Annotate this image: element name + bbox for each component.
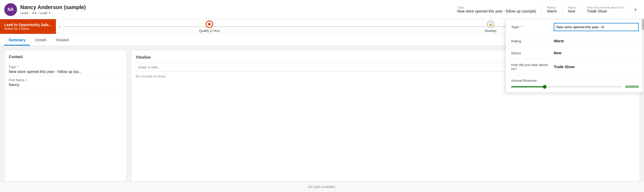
slider-track[interactable] <box>511 86 622 87</box>
tab-details[interactable]: Details <box>31 35 51 46</box>
tab-summary[interactable]: Summary <box>4 35 30 46</box>
stage-step-qualify: Qualify (2 Hrs) <box>69 21 350 33</box>
contact-card-title: Contact <box>9 55 122 59</box>
header-info: Nancy Anderson (sample) Lead · AA - Lead… <box>20 4 86 15</box>
header-topic-block: Topic New store opened this year - follo… <box>452 6 542 13</box>
popup-how-value: Trade Show <box>554 65 639 69</box>
field-firstname: First Name + Nancy <box>9 76 122 89</box>
field-topic-required: * <box>17 65 19 69</box>
no-data-text: No data available. <box>308 185 336 189</box>
stage-prev-button[interactable]: ‹ <box>56 19 63 34</box>
popup-revenue-row: Annual Revenue 4000000 <box>506 75 644 92</box>
popup-topic-row: Topic * <box>506 19 644 35</box>
field-topic-label: Topic * <box>9 65 122 69</box>
popup-status-row: Status New <box>506 47 644 59</box>
avatar: NA <box>4 3 17 16</box>
popup-rating-value: Warm <box>554 39 639 43</box>
tab-related[interactable]: Related <box>52 35 73 46</box>
stage-active-sub: Active for 2 hours <box>4 27 52 31</box>
sub-label1: Lead <box>20 11 28 15</box>
field-topic-value: New store opened this year - follow up (… <box>9 70 122 74</box>
sub-separator: · <box>30 11 31 15</box>
stage-circle-develop: 🔒 <box>487 21 494 28</box>
popup-topic-label: Topic * <box>511 25 554 29</box>
header-status-value: New <box>568 9 576 13</box>
popup-rating-label: Rating <box>511 39 554 43</box>
timeline-title: Timeline <box>136 55 151 59</box>
popup-status-value: New <box>554 51 639 55</box>
popup-scrollbar[interactable] <box>642 19 644 92</box>
popup-topic-required: * <box>521 25 523 29</box>
stage-active-title: Lead to Opportunity Sale... <box>4 23 52 27</box>
popup-revenue-label: Annual Revenue <box>511 79 639 83</box>
popup-scrollbar-thumb[interactable] <box>642 19 644 30</box>
field-firstname-label: First Name + <box>9 78 122 82</box>
header-how-value: Trade Show <box>587 9 623 13</box>
header-rating-value: Warm <box>547 9 557 13</box>
slider-container: 4000000 <box>511 85 639 89</box>
header-meta: Topic New store opened this year - follo… <box>452 5 640 14</box>
header-how-block: How did you hear about us? Trade Show <box>582 6 629 13</box>
header-rating-label: Rating <box>547 6 557 9</box>
popup-panel: Topic * Rating Warm Status New How did y… <box>506 19 644 93</box>
header-chevron-icon[interactable]: ▾ <box>49 11 51 15</box>
header-how-label: How did you hear about us? <box>587 6 623 9</box>
popup-topic-input[interactable] <box>554 23 639 31</box>
header-topic-label: Topic <box>457 6 536 9</box>
slider-thumb[interactable] <box>543 85 547 89</box>
slider-fill <box>511 86 545 87</box>
stage-circle-qualify <box>206 21 213 28</box>
header: NA Nancy Anderson (sample) Lead · AA - L… <box>0 0 644 19</box>
collapse-button[interactable]: ∧ <box>631 5 640 14</box>
no-data-bar: No data available. <box>0 181 644 192</box>
stage-label-qualify: Qualify (2 Hrs) <box>199 29 219 33</box>
contact-card: Contact Topic * New store opened this ye… <box>4 50 127 188</box>
field-topic: Topic * New store opened this year - fol… <box>9 63 122 76</box>
sub-label2: AA - Lead <box>32 11 47 15</box>
popup-how-label: How did you hear about us? <box>511 63 554 71</box>
popup-status-label: Status <box>511 51 554 55</box>
popup-rating-row: Rating Warm <box>506 35 644 47</box>
record-name: Nancy Anderson (sample) <box>20 4 86 10</box>
popup-how-row: How did you hear about us? Trade Show <box>506 59 644 75</box>
lock-icon: 🔒 <box>489 22 493 26</box>
header-status-block: Status New <box>563 6 582 13</box>
header-status-label: Status <box>568 6 576 9</box>
slider-value: 4000000 <box>625 85 639 89</box>
field-firstname-value: Nancy <box>9 83 122 87</box>
active-stage-label: Lead to Opportunity Sale... Active for 2… <box>0 19 56 34</box>
header-subtitle: Lead · AA - Lead ▾ <box>20 11 86 15</box>
stage-label-develop: Develop <box>485 29 496 33</box>
field-firstname-required: + <box>26 78 27 82</box>
header-topic-value: New store opened this year - follow up (… <box>457 9 536 13</box>
header-rating-block: Rating Warm <box>542 6 563 13</box>
